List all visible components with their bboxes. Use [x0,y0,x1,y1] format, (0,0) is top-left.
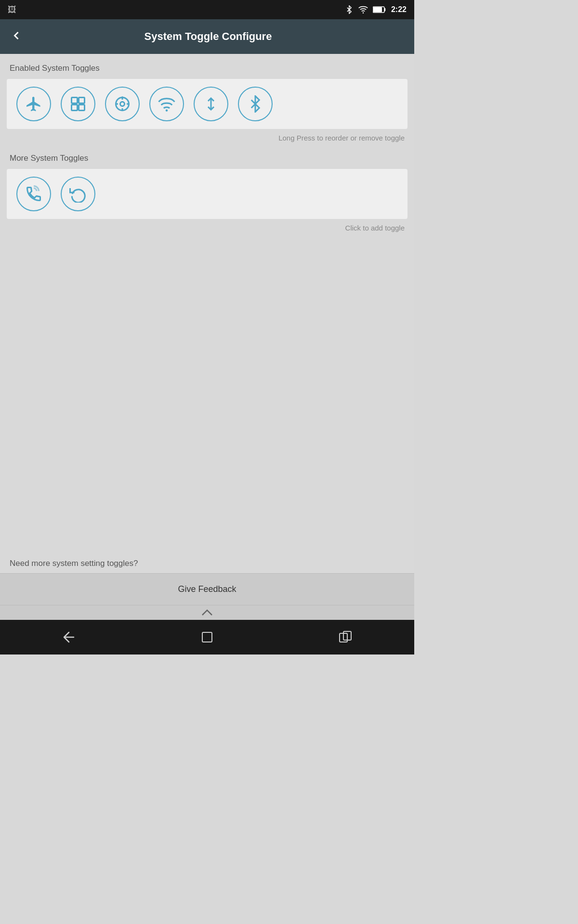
enabled-toggles-row [7,79,407,129]
photo-icon: 🖼 [8,5,16,14]
status-icons: 2:22 [345,5,407,14]
svg-point-0 [363,12,364,13]
battery-status-icon [373,6,386,13]
main-content: Enabled System Toggles [0,54,414,620]
sync-toggle[interactable] [61,177,95,211]
nav-recents-icon [337,629,354,646]
screen-toggle[interactable] [61,87,95,121]
wifi-toggle[interactable] [149,87,184,121]
long-press-hint: Long Press to reorder or remove toggle [0,129,414,144]
airplane-mode-toggle[interactable] [16,87,51,121]
nav-back-button[interactable] [46,624,92,651]
svg-rect-2 [373,7,382,12]
need-more-text: Need more system setting toggles? [0,551,414,573]
more-toggles-label: More System Toggles [0,144,414,169]
nav-home-icon [198,629,216,646]
nav-bar [0,620,414,654]
data-transfer-toggle[interactable] [194,87,228,121]
photo-indicator: 🖼 [8,5,16,15]
nav-recents-button[interactable] [322,624,368,651]
bluetooth-toggle[interactable] [238,87,273,121]
chevron-up-row[interactable] [0,605,414,620]
chevron-up-icon [200,608,214,617]
footer-area: Need more system setting toggles? Give F… [0,551,414,620]
bluetooth-status-icon [345,5,354,14]
svg-point-8 [120,102,125,106]
svg-rect-3 [72,98,78,103]
nav-back-icon [60,629,78,646]
wifi-status-icon [358,5,368,14]
status-time: 2:22 [391,5,407,14]
svg-rect-4 [79,98,85,103]
location-toggle[interactable] [105,87,140,121]
nav-home-button[interactable] [184,624,230,651]
status-bar: 🖼 2:22 [0,0,414,19]
click-to-add-hint: Click to add toggle [0,219,414,234]
more-toggles-row [7,169,407,219]
svg-rect-5 [72,105,78,111]
svg-rect-16 [202,632,212,642]
app-title: System Toggle Configure [33,30,383,43]
svg-rect-6 [79,105,85,111]
back-button[interactable] [10,29,23,44]
enabled-toggles-label: Enabled System Toggles [0,54,414,79]
svg-point-14 [166,109,168,112]
phone-toggle[interactable] [16,177,51,211]
give-feedback-button[interactable]: Give Feedback [0,573,414,605]
app-bar: System Toggle Configure [0,19,414,54]
